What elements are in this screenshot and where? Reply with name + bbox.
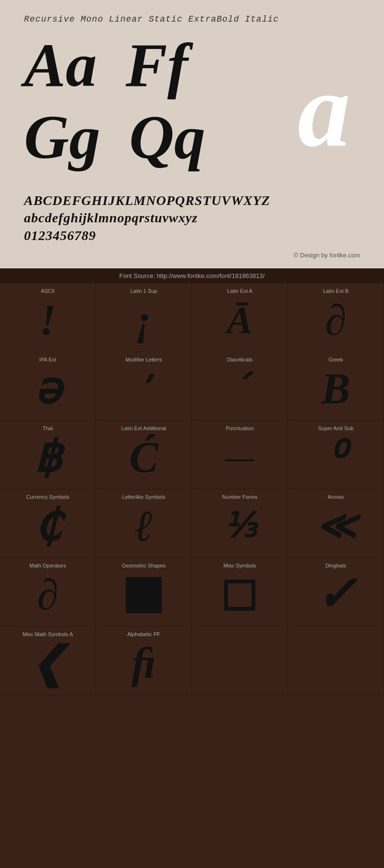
glyph-label-letterlikesymbols: Letterlike Symbols: [98, 494, 189, 500]
glyph-label-superandsub: Super And Sub: [290, 425, 381, 431]
glyph-label-punctuation: Punctuation: [194, 425, 285, 431]
glyph-label-latin1sup: Latin 1 Sup: [98, 288, 189, 294]
glyph-cell-miscmathsymbolsa: Misc Math Symbols A ❮: [0, 627, 96, 695]
glyph-char-latinexta: Ā: [227, 296, 252, 344]
glyph-char-ipaext: ə: [35, 365, 61, 413]
glyph-char-miscmathsymbolsa: ❮: [30, 639, 66, 687]
letter-pair-aa: Aa: [24, 34, 97, 96]
glyph-char-latinextadd: Ć: [129, 434, 158, 482]
glyph-cell-latinextadd: Latin Ext Additional Ć: [96, 421, 192, 489]
glyph-cell-superandsub: Super And Sub ⁰: [288, 421, 384, 489]
glyph-cell-letterlikesymbols: Letterlike Symbols ℓ: [96, 489, 192, 558]
glyph-cell-latin1sup: Latin 1 Sup ¡: [96, 283, 192, 352]
glyph-cell-numberforms: Number Forms ⅓: [192, 489, 288, 558]
glyph-char-modifierletters: ʼ: [139, 365, 149, 413]
top-section: Recursive Mono Linear Static ExtraBold I…: [0, 0, 384, 268]
glyph-label-diacriticals: Diacriticals: [194, 357, 285, 362]
glyph-label-currencysymbols: Currency Symbols: [2, 494, 93, 500]
glyph-cell-latinextb: Latin Ext B ∂: [288, 283, 384, 352]
glyph-cell-punctuation: Punctuation —: [192, 421, 288, 489]
glyph-label-miscsymbols: Misc Symbols: [194, 563, 285, 568]
glyph-label-geometricshapes: Geometric Shapes: [98, 563, 189, 568]
glyph-cell-modifierletters: Modifier Letters ʼ: [96, 352, 192, 421]
glyph-label-modifierletters: Modifier Letters: [98, 357, 189, 362]
dark-section: Font Source: http://www.fontke.com/font/…: [0, 268, 384, 695]
glyph-label-latinextb: Latin Ext B: [290, 288, 381, 294]
glyph-label-thai: Thai: [2, 425, 93, 431]
alphabet-lowercase: abcdefghijklmnopqrstuvwxyz: [24, 209, 360, 227]
glyph-label-latinextadd: Latin Ext Additional: [98, 425, 189, 431]
glyph-char-arrows: ≪: [316, 502, 356, 550]
glyph-cell-diacriticals: Diacriticals ˊ: [192, 352, 288, 421]
font-title: Recursive Mono Linear Static ExtraBold I…: [24, 14, 360, 24]
glyph-cell-ascii: ASCII !: [0, 283, 96, 352]
letter-pair-ff: Ff: [126, 34, 188, 96]
glyph-label-latinexta: Latin Ext A: [194, 288, 285, 294]
glyph-char-dingbats: ✓: [316, 571, 356, 619]
font-source: Font Source: http://www.fontke.com/font/…: [0, 268, 384, 283]
glyph-label-arrows: Arrows: [290, 494, 381, 500]
hero-letter: a: [298, 62, 350, 157]
glyph-cell-mathoperators: Math Operators ∂: [0, 558, 96, 627]
geo-square-icon: [126, 577, 162, 613]
glyph-cell-greek: Greek Β: [288, 352, 384, 421]
glyph-label-greek: Greek: [290, 357, 381, 362]
glyph-cell-empty1: [192, 627, 288, 695]
glyph-cell-arrows: Arrows ≪: [288, 489, 384, 558]
glyph-char-mathoperators: ∂: [37, 571, 58, 619]
glyph-char-latinextb: ∂: [325, 296, 346, 344]
glyph-char-letterlikesymbols: ℓ: [134, 502, 153, 550]
glyph-char-latin1sup: ¡: [135, 296, 152, 344]
glyph-grid: ASCII ! Latin 1 Sup ¡ Latin Ext A Ā Lati…: [0, 283, 384, 695]
glyph-label-numberforms: Number Forms: [194, 494, 285, 500]
glyph-cell-currencysymbols: Currency Symbols ₵: [0, 489, 96, 558]
glyph-cell-latinexta: Latin Ext A Ā: [192, 283, 288, 352]
glyph-label-alphabeticpf: Alphabetic PF: [98, 631, 189, 637]
copyright: © Design by fontke.com: [24, 252, 360, 259]
alphabet-section: ABCDEFGHIJKLMNOPQRSTUVWXYZ abcdefghijklm…: [24, 192, 360, 249]
glyph-char-diacriticals: ˊ: [231, 365, 248, 413]
glyph-cell-miscsymbols: Misc Symbols: [192, 558, 288, 627]
glyph-cell-thai: Thai ฿: [0, 421, 96, 489]
glyph-cell-ipaext: IPA Ext ə: [0, 352, 96, 421]
glyph-char-alphabeticpf: ﬁ: [132, 639, 156, 687]
alphabet-digits: 0123456789: [24, 227, 360, 244]
glyph-label-miscmathsymbolsa: Misc Math Symbols A: [2, 631, 93, 637]
letter-pair-qq: Qq: [129, 106, 205, 168]
glyph-label-mathoperators: Math Operators: [2, 563, 93, 568]
glyph-cell-geometricshapes: Geometric Shapes: [96, 558, 192, 627]
glyph-label-ipaext: IPA Ext: [2, 357, 93, 362]
glyph-char-thai: ฿: [34, 434, 61, 482]
glyph-cell-empty2: [288, 627, 384, 695]
glyph-char-superandsub: ⁰: [327, 434, 345, 482]
glyph-label-ascii: ASCII: [2, 288, 93, 294]
glyph-char-punctuation: —: [226, 434, 254, 482]
glyph-char-geometricshapes: [126, 571, 162, 619]
glyph-char-ascii: !: [39, 296, 56, 344]
letter-pair-gg: Gg: [24, 106, 100, 168]
glyph-char-greek: Β: [321, 365, 350, 413]
glyph-cell-alphabeticpf: Alphabetic PF ﬁ: [96, 627, 192, 695]
glyph-char-numberforms: ⅓: [224, 502, 256, 550]
rect-outline-icon: [224, 579, 255, 611]
glyph-cell-dingbats: Dingbats ✓: [288, 558, 384, 627]
glyph-char-miscsymbols: [224, 571, 255, 619]
glyph-char-currencysymbols: ₵: [34, 502, 61, 550]
alphabet-uppercase: ABCDEFGHIJKLMNOPQRSTUVWXYZ: [24, 192, 360, 209]
